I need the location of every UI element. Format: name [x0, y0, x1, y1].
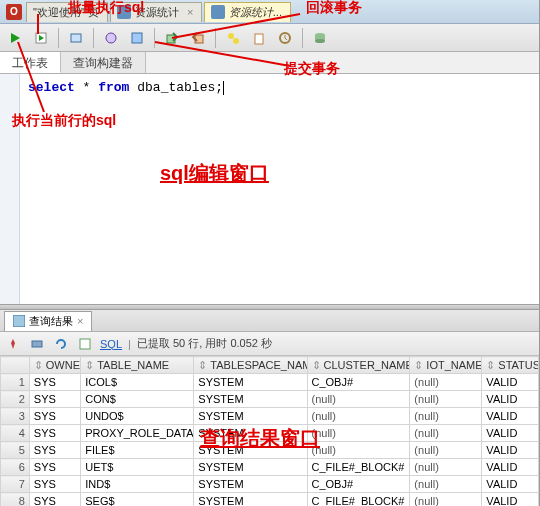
grid-icon — [13, 315, 25, 327]
cell-iot: (null) — [410, 425, 482, 442]
col-table-name[interactable]: ⇕TABLE_NAME — [81, 357, 194, 374]
cell-table: SEG$ — [81, 493, 194, 507]
close-icon[interactable]: × — [187, 6, 193, 18]
cell-iot: (null) — [410, 408, 482, 425]
table-row[interactable]: 3SYSUNDO$SYSTEM(null)(null)VALID — [1, 408, 539, 425]
close-icon[interactable]: × — [77, 315, 83, 327]
pin-icon[interactable] — [4, 335, 22, 353]
cell-status: VALID — [482, 459, 539, 476]
cell-status: VALID — [482, 408, 539, 425]
results-grid[interactable]: ⇕OWNER ⇕TABLE_NAME ⇕TABLESPACE_NAME ⇕CLU… — [0, 356, 539, 506]
cell-ts: SYSTEM — [194, 493, 307, 507]
results-tabbar: 查询结果 × — [0, 310, 539, 332]
oracle-icon: O — [6, 4, 22, 20]
col-rownum[interactable] — [1, 357, 30, 374]
col-iot[interactable]: ⇕IOT_NAME — [410, 357, 482, 374]
export-icon[interactable] — [76, 335, 94, 353]
cell-ts: SYSTEM — [194, 459, 307, 476]
cell-status: VALID — [482, 425, 539, 442]
cell-cluster: C_OBJ# — [307, 374, 410, 391]
cell-ts: SYSTEM — [194, 425, 307, 442]
svg-rect-3 — [71, 34, 81, 42]
tab-label: 资源统计... — [229, 5, 282, 20]
col-status[interactable]: ⇕STATUS — [482, 357, 539, 374]
tab-welcome[interactable]: "欢迎使用" 页 — [26, 2, 108, 22]
table-row[interactable]: 2SYSCON$SYSTEM(null)(null)VALID — [1, 391, 539, 408]
code-area[interactable]: select * from dba_tables; — [20, 74, 539, 304]
db-icon — [211, 5, 225, 19]
svg-point-9 — [233, 38, 239, 44]
cell-cluster: (null) — [307, 408, 410, 425]
table-header-row: ⇕OWNER ⇕TABLE_NAME ⇕TABLESPACE_NAME ⇕CLU… — [1, 357, 539, 374]
col-cluster[interactable]: ⇕CLUSTER_NAME — [307, 357, 410, 374]
cell-table: UNDO$ — [81, 408, 194, 425]
cell-status: VALID — [482, 442, 539, 459]
tab-worksheet[interactable]: 工作表 — [0, 52, 61, 73]
svg-marker-0 — [11, 33, 20, 43]
run-button[interactable] — [4, 27, 26, 49]
history-button[interactable] — [274, 27, 296, 49]
db-icon — [117, 5, 131, 19]
cell-cluster: (null) — [307, 391, 410, 408]
cell-iot: (null) — [410, 391, 482, 408]
print-icon[interactable] — [28, 335, 46, 353]
sql-toolbar — [0, 24, 539, 52]
tab-query-builder[interactable]: 查询构建器 — [61, 52, 146, 73]
rollback-button[interactable] — [187, 27, 209, 49]
cell-table: PROXY_ROLE_DATA$ — [81, 425, 194, 442]
tab-stats[interactable]: 资源统计 × — [110, 2, 202, 22]
editor-gutter — [0, 74, 20, 304]
cell-rownum: 6 — [1, 459, 30, 476]
keyword: select — [28, 80, 75, 95]
cell-cluster: C_OBJ# — [307, 476, 410, 493]
cell-ts: SYSTEM — [194, 374, 307, 391]
svg-point-4 — [106, 33, 116, 43]
sql-editor[interactable]: select * from dba_tables; — [0, 74, 539, 304]
cell-iot: (null) — [410, 442, 482, 459]
run-script-button[interactable] — [30, 27, 52, 49]
cell-cluster: (null) — [307, 442, 410, 459]
cell-owner: SYS — [29, 425, 80, 442]
svg-rect-16 — [32, 341, 42, 347]
svg-point-14 — [315, 39, 325, 43]
cell-table: IND$ — [81, 476, 194, 493]
cell-rownum: 8 — [1, 493, 30, 507]
unshared-button[interactable] — [222, 27, 244, 49]
cell-ts: SYSTEM — [194, 408, 307, 425]
col-tablespace[interactable]: ⇕TABLESPACE_NAME — [194, 357, 307, 374]
dbms-output-button[interactable] — [126, 27, 148, 49]
refresh-icon[interactable] — [52, 335, 70, 353]
clear-button[interactable] — [248, 27, 270, 49]
cell-owner: SYS — [29, 374, 80, 391]
cell-cluster: C_FILE#_BLOCK# — [307, 459, 410, 476]
table-row[interactable]: 7SYSIND$SYSTEMC_OBJ#(null)VALID — [1, 476, 539, 493]
table-row[interactable]: 5SYSFILE$SYSTEM(null)(null)VALID — [1, 442, 539, 459]
svg-rect-10 — [255, 34, 263, 44]
table-row[interactable]: 6SYSUET$SYSTEMC_FILE#_BLOCK#(null)VALID — [1, 459, 539, 476]
autotrace-button[interactable] — [100, 27, 122, 49]
db-connect-button[interactable] — [309, 27, 331, 49]
svg-rect-15 — [13, 315, 25, 327]
cell-table: UET$ — [81, 459, 194, 476]
cell-rownum: 4 — [1, 425, 30, 442]
cell-rownum: 5 — [1, 442, 30, 459]
cell-owner: SYS — [29, 442, 80, 459]
table-row[interactable]: 1SYSICOL$SYSTEMC_OBJ#(null)VALID — [1, 374, 539, 391]
status-text: 已提取 50 行, 用时 0.052 秒 — [137, 336, 272, 351]
col-owner[interactable]: ⇕OWNER — [29, 357, 80, 374]
table-row[interactable]: 4SYSPROXY_ROLE_DATA$SYSTEM(null)(null)VA… — [1, 425, 539, 442]
table-row[interactable]: 8SYSSEG$SYSTEMC_FILE#_BLOCK#(null)VALID — [1, 493, 539, 507]
results-tab[interactable]: 查询结果 × — [4, 311, 92, 331]
tab-stats-active[interactable]: 资源统计... — [204, 2, 291, 22]
cell-table: CON$ — [81, 391, 194, 408]
text-cursor — [223, 81, 224, 95]
cell-ts: SYSTEM — [194, 442, 307, 459]
cell-status: VALID — [482, 374, 539, 391]
cell-owner: SYS — [29, 459, 80, 476]
sql-link[interactable]: SQL — [100, 338, 122, 350]
worksheet-subtabs: 工作表 查询构建器 — [0, 52, 539, 74]
explain-button[interactable] — [65, 27, 87, 49]
cell-table: FILE$ — [81, 442, 194, 459]
cell-iot: (null) — [410, 476, 482, 493]
commit-button[interactable] — [161, 27, 183, 49]
